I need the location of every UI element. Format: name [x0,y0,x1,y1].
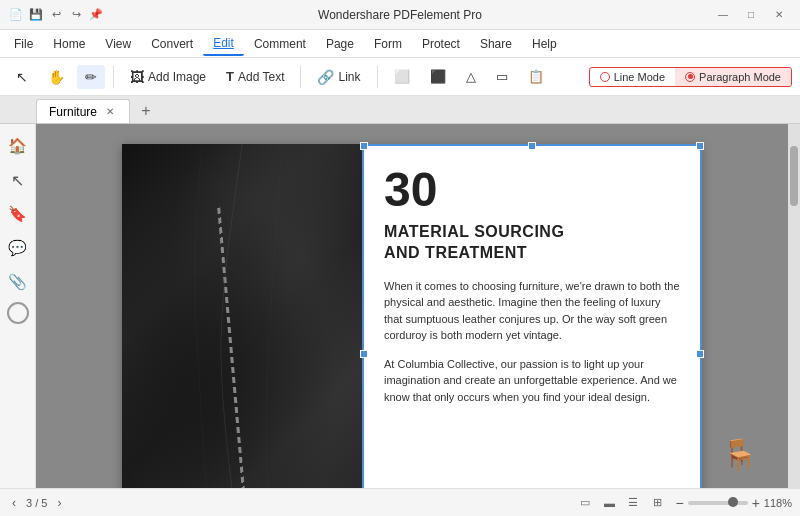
scrollbar-thumb[interactable] [790,146,798,206]
sidebar-bookmark-icon[interactable]: 🔖 [4,200,32,228]
title-bar-left: 📄 💾 ↩ ↪ 📌 [8,7,104,23]
add-text-button[interactable]: T Add Text [218,65,292,88]
menu-form[interactable]: Form [364,33,412,55]
tab-add-button[interactable]: + [134,99,158,123]
sidebar-home-icon[interactable]: 🏠 [4,132,32,160]
continuous-view-icon[interactable]: ☰ [623,495,643,511]
hand-tool-button[interactable]: ✋ [40,65,73,89]
zoom-control: − + 118% [675,495,792,511]
status-right: ▭ ▬ ☰ ⊞ − + 118% [575,495,792,511]
menu-bar: File Home View Convert Edit Comment Page… [0,30,800,58]
edit-cursor-icon: 🪑 [721,437,758,472]
left-sidebar: 🏠 ↖ 🔖 💬 📎 [0,124,36,488]
page-info: 3 / 5 [26,497,47,509]
canvas-area[interactable]: 30 MATERIAL SOURCING AND TREATMENT When … [36,124,788,488]
tab-label: Furniture [49,105,97,119]
shape-tool-button[interactable]: △ [458,65,484,88]
page-icon: 📋 [528,69,544,84]
select-tool-button[interactable]: ↖ [8,65,36,89]
line-mode-radio [600,72,610,82]
page-tool-button[interactable]: 📋 [520,65,552,88]
app-icon: 📄 [8,7,24,23]
redo-icon[interactable]: ↪ [68,7,84,23]
minimize-button[interactable]: — [710,5,736,25]
redact-icon: ⬛ [430,69,446,84]
line-mode-option[interactable]: Line Mode [590,68,675,86]
toolbar: ↖ ✋ ✏ 🖼 Add Image T Add Text 🔗 Link ⬜ ⬛ … [0,58,800,96]
image-icon: 🖼 [130,69,144,85]
handle-top-left [360,142,368,150]
pdf-paragraph-2: At Columbia Collective, our passion is t… [384,356,680,406]
crop-tool-button[interactable]: ⬜ [386,65,418,88]
undo-icon[interactable]: ↩ [48,7,64,23]
stamp-icon: ▭ [496,69,508,84]
page-leather-image [122,144,362,488]
single-page-view-icon[interactable]: ▭ [575,495,595,511]
view-mode-icons: ▭ ▬ ☰ ⊞ [575,495,667,511]
link-icon: 🔗 [317,69,334,85]
menu-home[interactable]: Home [43,33,95,55]
next-page-button[interactable]: › [53,494,65,512]
mode-selector: Line Mode Paragraph Mode [589,67,792,87]
add-image-button[interactable]: 🖼 Add Image [122,65,214,89]
pin-icon[interactable]: 📌 [88,7,104,23]
handle-top-right [696,142,704,150]
paragraph-mode-radio [685,72,695,82]
paragraph-mode-option[interactable]: Paragraph Mode [675,68,791,86]
maximize-button[interactable]: □ [738,5,764,25]
menu-help[interactable]: Help [522,33,567,55]
close-button[interactable]: ✕ [766,5,792,25]
link-button[interactable]: 🔗 Link [309,65,368,89]
save-icon[interactable]: 💾 [28,7,44,23]
page-number-display: 30 [384,166,680,214]
menu-view[interactable]: View [95,33,141,55]
main-area: 🏠 ↖ 🔖 💬 📎 › [0,124,800,488]
sidebar-cursor-icon[interactable]: ↖ [4,166,32,194]
tab-furniture[interactable]: Furniture ✕ [36,99,130,123]
menu-file[interactable]: File [4,33,43,55]
separator-1 [113,66,114,88]
zoom-out-button[interactable]: − [675,495,683,511]
cursor-tool-icon: ↖ [16,69,28,85]
zoom-slider-thumb[interactable] [728,497,738,507]
add-image-label: Add Image [148,70,206,84]
texture-overlay [122,144,362,488]
crop-icon: ⬜ [394,69,410,84]
sidebar-circle-icon[interactable] [7,302,29,324]
title-bar: 📄 💾 ↩ ↪ 📌 Wondershare PDFelement Pro — □… [0,0,800,30]
right-scrollbar[interactable] [788,124,800,488]
window-controls: — □ ✕ [710,5,792,25]
two-page-view-icon[interactable]: ▬ [599,495,619,511]
menu-comment[interactable]: Comment [244,33,316,55]
tab-close-button[interactable]: ✕ [103,105,117,118]
zoom-slider[interactable] [688,501,748,505]
line-mode-label: Line Mode [614,71,665,83]
separator-3 [377,66,378,88]
prev-page-button[interactable]: ‹ [8,494,20,512]
edit-tool-button[interactable]: ✏ [77,65,105,89]
title-bar-icons: 📄 💾 ↩ ↪ 📌 [8,7,104,23]
menu-protect[interactable]: Protect [412,33,470,55]
window-title: Wondershare PDFelement Pro [318,8,482,22]
pdf-paragraph-1: When it comes to choosing furniture, we'… [384,278,680,344]
handle-mid-right [696,350,704,358]
zoom-in-button[interactable]: + [752,495,760,511]
edit-icon: ✏ [85,69,97,85]
status-bar: ‹ 3 / 5 › ▭ ▬ ☰ ⊞ − + 118% [0,488,800,516]
menu-share[interactable]: Share [470,33,522,55]
redact-tool-button[interactable]: ⬛ [422,65,454,88]
paragraph-mode-label: Paragraph Mode [699,71,781,83]
stamp-tool-button[interactable]: ▭ [488,65,516,88]
menu-edit[interactable]: Edit [203,32,244,56]
menu-page[interactable]: Page [316,33,364,55]
add-text-label: Add Text [238,70,284,84]
separator-2 [300,66,301,88]
thumbnail-view-icon[interactable]: ⊞ [647,495,667,511]
shape-icon: △ [466,69,476,84]
pdf-title: MATERIAL SOURCING AND TREATMENT [384,222,680,264]
sidebar-comment-icon[interactable]: 💬 [4,234,32,262]
link-label: Link [338,70,360,84]
menu-convert[interactable]: Convert [141,33,203,55]
sidebar-attachment-icon[interactable]: 📎 [4,268,32,296]
handle-mid-left [360,350,368,358]
